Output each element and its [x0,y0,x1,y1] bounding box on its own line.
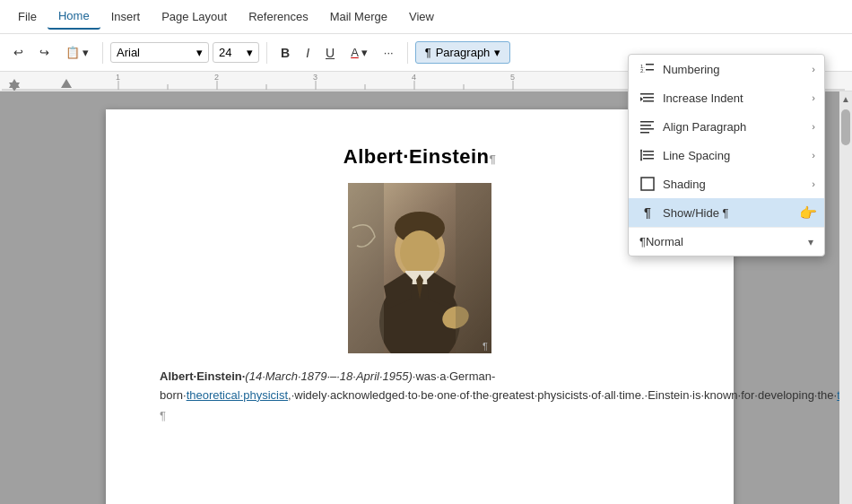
dropdown-shading[interactable]: Shading › [629,169,824,198]
scroll-thumb[interactable] [841,109,850,145]
einstein-image: ¶ [348,183,491,353]
svg-text:1: 1 [116,73,120,82]
svg-rect-49 [641,178,654,190]
svg-rect-32 [646,64,654,65]
dropdown-align-paragraph[interactable]: Align Paragraph › [629,112,824,141]
font-color-button[interactable]: A ▾ [344,41,374,64]
dropdown-line-spacing[interactable]: Line Spacing › [629,141,824,169]
relativity-link[interactable]: theory·of·relativity [837,388,839,402]
menubar: File Home Insert Page Layout References … [0,0,852,34]
italic-button[interactable]: I [300,41,316,65]
align-paragraph-chevron: › [812,121,815,132]
align-paragraph-label: Align Paragraph [663,120,746,134]
font-color-arrow: ▾ [361,46,368,59]
clipboard-arrow: ▾ [83,46,89,59]
font-size-label: 24 [219,46,231,59]
svg-text:5: 5 [510,73,515,82]
theoretical-physicist-link[interactable]: theoretical·physicist [187,388,288,402]
svg-marker-38 [640,97,643,101]
menu-insert[interactable]: Insert [100,4,152,29]
clipboard-icon: 📋 [65,46,80,59]
divider-3 [407,42,408,64]
line-spacing-label: Line Spacing [663,149,730,162]
dropdown-numbering[interactable]: 1. 2. Numbering › [629,55,824,83]
svg-rect-29 [348,183,384,353]
paragraph-icon: ¶ [425,46,431,59]
document-title: Albert·Einstein¶ [160,145,680,169]
style-arrow: ▾ [808,236,813,248]
font-selector[interactable]: Arial ▾ [110,42,209,63]
dropdown-style-row[interactable]: ¶Normal ▾ [629,227,824,256]
font-size-selector[interactable]: 24 ▾ [213,42,259,63]
menu-page-layout[interactable]: Page Layout [151,4,238,29]
title-pilcrow: ¶ [490,152,497,166]
menu-view[interactable]: View [398,4,445,29]
paragraph-mark: ¶ [160,409,680,422]
svg-marker-3 [61,79,72,88]
divider-1 [102,42,103,64]
line-spacing-icon [639,148,656,162]
shading-icon [639,177,656,191]
more-button[interactable]: ··· [378,41,400,64]
svg-rect-41 [640,128,654,130]
cursor-hand-icon: 👉 [799,204,817,222]
dropdown-increase-indent[interactable]: Increase Indent › [629,83,824,112]
svg-rect-35 [640,93,654,95]
increase-indent-chevron: › [812,92,815,103]
svg-rect-44 [643,154,654,156]
svg-rect-36 [643,97,654,99]
font-color-icon: A [351,46,359,59]
svg-rect-37 [643,100,654,102]
scroll-up-button[interactable]: ▲ [839,91,852,106]
svg-rect-43 [643,151,654,152]
svg-rect-42 [640,132,649,134]
menu-home[interactable]: Home [48,4,100,30]
menu-mail-merge[interactable]: Mail Merge [319,4,398,29]
vertical-scrollbar[interactable]: ▲ [839,91,852,504]
einstein-name-bold: Albert·Einstein· [160,369,245,383]
svg-point-23 [400,230,439,275]
increase-indent-label: Increase Indent [663,91,743,105]
font-size-arrow: ▾ [247,46,253,59]
paragraph-arrow: ▾ [494,46,500,59]
shading-label: Shading [663,178,706,191]
divider-2 [266,42,267,64]
paragraph-label: Paragraph [436,46,491,59]
page-body-text: Albert·Einstein·(14·March·1879·–·18·Apri… [160,368,680,405]
numbering-icon: 1. 2. [639,62,656,76]
svg-text:2.: 2. [640,68,645,74]
numbering-label: Numbering [663,63,720,76]
svg-rect-30 [456,183,491,353]
align-paragraph-icon [639,119,656,134]
einstein-dates: (14·March·1879·–·18·April·1955) [245,369,412,383]
svg-text:4: 4 [412,73,416,82]
image-pilcrow: ¶ [483,341,488,352]
font-name-label: Arial [117,46,140,59]
undo-button[interactable]: ↩ [7,41,30,64]
bold-button[interactable]: B [274,41,296,65]
show-hide-label: Show/Hide ¶ [663,206,728,220]
paragraph-dropdown: 1. 2. Numbering › Increase Indent › [628,54,825,256]
show-hide-icon: ¶ [639,205,656,220]
redo-button[interactable]: ↪ [33,41,56,64]
underline-button[interactable]: U [319,41,341,65]
svg-rect-40 [640,125,651,126]
menu-references[interactable]: References [238,4,318,29]
style-label: ¶Normal [639,235,808,248]
numbering-chevron: › [812,64,815,74]
clipboard-button[interactable]: 📋 ▾ [59,41,95,64]
svg-rect-39 [640,121,654,123]
svg-rect-45 [643,158,654,160]
font-dropdown-arrow: ▾ [196,46,203,59]
dropdown-show-hide[interactable]: ¶ Show/Hide ¶ 👉 [629,198,824,227]
line-spacing-chevron: › [812,150,815,161]
increase-indent-icon [639,91,656,105]
svg-text:3: 3 [313,73,317,82]
svg-text:2: 2 [214,73,219,82]
paragraph-button[interactable]: ¶ Paragraph ▾ [415,41,511,64]
shading-chevron: › [812,178,815,189]
menu-file[interactable]: File [7,4,48,29]
svg-rect-34 [646,69,654,71]
einstein-photo-bg [348,183,491,353]
